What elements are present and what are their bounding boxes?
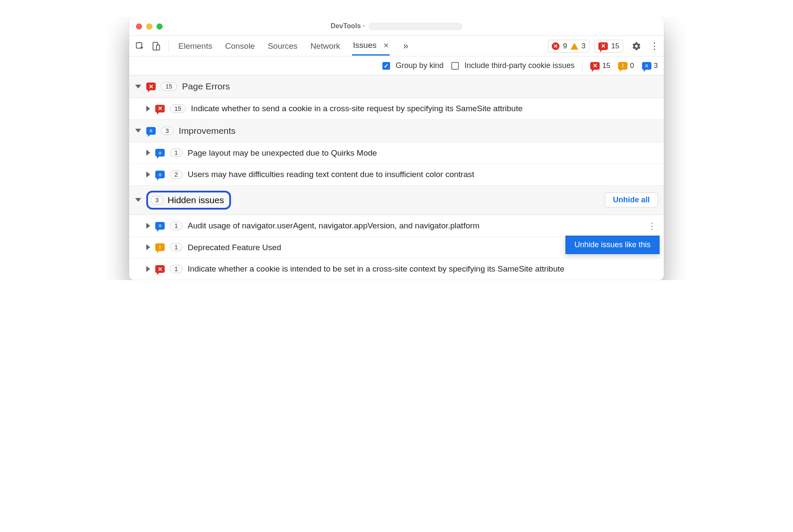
info-bubble-icon — [146, 127, 156, 135]
issues-filter-bar: Group by kind Include third-party cookie… — [129, 56, 664, 75]
expander-down-icon[interactable] — [135, 198, 141, 202]
group-title: Hidden issues — [168, 195, 224, 205]
group-count-pill: 15 — [161, 82, 177, 91]
group-by-kind-checkbox[interactable]: Group by kind — [382, 61, 444, 70]
info-bubble-icon — [155, 149, 165, 157]
expander-right-icon[interactable] — [146, 244, 150, 250]
minimize-window-button[interactable] — [146, 24, 152, 30]
toolbar-separator — [169, 41, 169, 51]
issue-row[interactable]: 1 Indicate whether a cookie is intended … — [129, 258, 664, 280]
issue-text: Audit usage of navigator.userAgent, navi… — [188, 220, 641, 231]
close-window-button[interactable] — [136, 24, 142, 30]
issue-text: Page layout may be unexpected due to Qui… — [188, 148, 658, 159]
inspect-element-icon[interactable] — [134, 41, 145, 51]
filter-info-count[interactable]: 3 — [642, 62, 658, 70]
context-menu-unhide[interactable]: Unhide issues like this — [565, 236, 660, 254]
expander-right-icon[interactable] — [146, 171, 150, 177]
filter-info-count-value: 3 — [654, 62, 658, 70]
filter-separator — [582, 61, 583, 71]
checkbox-off-icon — [451, 62, 459, 70]
svg-rect-2 — [157, 45, 160, 50]
filter-error-count[interactable]: 15 — [590, 62, 610, 70]
devtools-window: DevTools · Elements Console Sources Netw… — [129, 17, 664, 280]
close-tab-icon[interactable]: ✕ — [383, 42, 389, 49]
expander-down-icon[interactable] — [135, 85, 141, 89]
tab-elements[interactable]: Elements — [178, 37, 213, 55]
error-circle-icon: ✕ — [552, 42, 559, 50]
tab-sources[interactable]: Sources — [267, 37, 299, 55]
issues-count: 15 — [611, 42, 619, 50]
filter-warning-count-value: 0 — [630, 62, 634, 70]
maximize-window-button[interactable] — [157, 24, 163, 30]
window-title-text: DevTools · — [331, 22, 365, 30]
window-titlebar: DevTools · — [129, 17, 664, 36]
error-count: 9 — [563, 42, 567, 50]
expander-right-icon[interactable] — [146, 223, 150, 229]
expander-right-icon[interactable] — [146, 266, 150, 272]
settings-gear-icon[interactable] — [632, 41, 641, 51]
filter-error-count-value: 15 — [602, 62, 610, 70]
device-toolbar-icon[interactable] — [151, 41, 162, 51]
unhide-all-button[interactable]: Unhide all — [605, 192, 658, 207]
issue-count-pill: 1 — [170, 243, 183, 251]
window-title-redacted — [368, 23, 462, 30]
more-tabs-icon[interactable]: » — [403, 41, 408, 52]
console-errors-warnings-badge[interactable]: ✕ 9 3 — [548, 40, 589, 53]
window-title: DevTools · — [129, 22, 664, 30]
issue-count-pill: 2 — [170, 170, 183, 179]
issue-row[interactable]: 1 Audit usage of navigator.userAgent, na… — [129, 215, 664, 237]
issue-count-pill: 1 — [170, 148, 183, 157]
main-toolbar: Elements Console Sources Network Issues … — [129, 36, 664, 56]
filter-warning-count[interactable]: 0 — [618, 62, 634, 70]
checkbox-on-icon — [382, 62, 390, 70]
issue-count-pill: 1 — [170, 222, 183, 230]
issues-error-icon — [598, 42, 608, 50]
error-bubble-icon — [146, 83, 156, 90]
issue-row[interactable]: 15 Indicate whether to send a cookie in … — [129, 98, 664, 120]
issue-row[interactable]: 2 Users may have difficulties reading te… — [129, 164, 664, 186]
more-options-icon[interactable]: ⋮ — [650, 41, 659, 52]
info-bubble-icon — [155, 222, 165, 230]
issue-text: Indicate whether to send a cookie in a c… — [191, 103, 658, 114]
group-by-kind-label: Group by kind — [396, 61, 444, 70]
traffic-lights — [136, 24, 163, 30]
issue-text: Users may have difficulties reading text… — [188, 169, 658, 180]
warning-bubble-icon — [155, 243, 165, 251]
group-header-improvements[interactable]: 3 Improvements — [129, 120, 664, 142]
panel-tabs: Elements Console Sources Network Issues … — [178, 36, 408, 56]
issue-count-pill: 15 — [170, 104, 186, 113]
info-bubble-icon — [155, 171, 165, 178]
tab-issues-label: Issues — [353, 41, 376, 50]
expander-right-icon[interactable] — [146, 150, 150, 156]
warning-count: 3 — [582, 42, 586, 50]
toolbar-right: ✕ 9 3 15 ⋮ — [548, 40, 659, 53]
tab-network[interactable]: Network — [310, 37, 341, 55]
tab-console[interactable]: Console — [224, 37, 256, 55]
row-more-options-icon[interactable]: ⋮ — [646, 221, 658, 231]
group-title: Page Errors — [182, 81, 230, 92]
error-bubble-icon — [155, 265, 165, 273]
warning-bubble-icon — [618, 62, 627, 70]
hidden-issues-highlight: 3 Hidden issues — [146, 191, 231, 210]
expander-down-icon[interactable] — [135, 129, 141, 133]
issue-count-pill: 1 — [170, 265, 183, 273]
tab-issues[interactable]: Issues ✕ — [352, 36, 389, 56]
group-count-pill: 3 — [161, 127, 174, 135]
group-count-pill: 3 — [151, 196, 163, 204]
expander-right-icon[interactable] — [146, 106, 150, 112]
issue-text: Indicate whether a cookie is intended to… — [188, 263, 658, 275]
third-party-checkbox[interactable]: Include third-party cookie issues — [451, 61, 574, 70]
error-bubble-icon — [590, 62, 600, 70]
warning-triangle-icon — [571, 43, 578, 50]
issues-badge[interactable]: 15 — [595, 40, 623, 53]
group-header-page-errors[interactable]: 15 Page Errors — [129, 75, 664, 98]
group-title: Improvements — [179, 126, 236, 136]
info-bubble-icon — [642, 62, 651, 70]
error-bubble-icon — [155, 105, 165, 112]
group-header-hidden-issues[interactable]: 3 Hidden issues Unhide all — [129, 186, 664, 215]
third-party-label: Include third-party cookie issues — [465, 61, 574, 70]
issue-row[interactable]: 1 Page layout may be unexpected due to Q… — [129, 142, 664, 164]
